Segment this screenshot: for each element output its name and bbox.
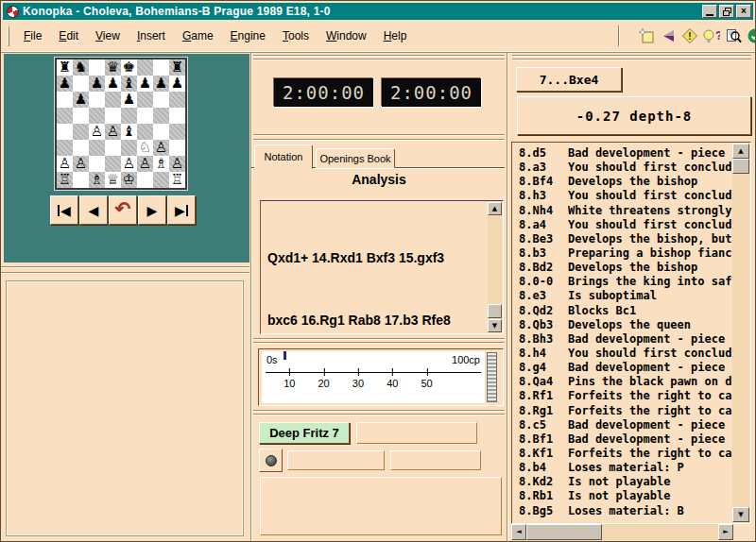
move-row[interactable]: 8.Qd2 Blocks Bc1 [519, 304, 732, 318]
board-square[interactable]: ♙ [73, 156, 89, 172]
analyze-icon[interactable] [724, 26, 742, 44]
current-move-button[interactable]: 7...Bxe4 [516, 67, 622, 92]
engine-led-button[interactable] [259, 449, 283, 472]
move-row[interactable]: 8.0-0 Brings the king into saf [519, 275, 732, 289]
board-square[interactable] [57, 124, 73, 140]
tab-notation[interactable]: Notation [254, 144, 313, 169]
flip-board-icon[interactable] [659, 26, 677, 44]
board-square[interactable] [105, 108, 121, 124]
menu-item[interactable]: Game [174, 27, 222, 44]
move-row[interactable]: 8.c5 Bad development - piece [519, 418, 732, 432]
board-square[interactable]: ♘ [137, 140, 153, 156]
move-row[interactable]: 8.d5 Bad development - piece [519, 146, 732, 161]
first-move-button[interactable]: ◀ [50, 195, 78, 225]
board-square[interactable] [105, 140, 121, 156]
board-square[interactable] [73, 76, 89, 92]
board-square[interactable] [57, 92, 73, 108]
close-button[interactable]: × [736, 5, 751, 18]
board-square[interactable] [169, 92, 185, 108]
board-square[interactable] [73, 124, 89, 140]
move-list-vscrollbar[interactable]: ▲ ▼ [732, 144, 749, 522]
board-square[interactable] [153, 59, 169, 76]
move-row[interactable]: 8.Kd2 Is not playable [519, 475, 732, 489]
board-square[interactable]: ♝ [121, 124, 137, 140]
candidate-move-list[interactable]: 8.d5 Bad development - piece 8.a3 You sh… [511, 142, 751, 524]
scroll-up-icon[interactable]: ▲ [488, 202, 502, 215]
move-row[interactable]: 8.Be3 Develops the bishop, but [519, 232, 732, 246]
menu-item[interactable]: Edit [50, 27, 87, 44]
board-square[interactable] [73, 108, 89, 124]
toolbar-grip[interactable] [8, 25, 9, 46]
notation-scrollbar[interactable]: ▲ ▼ [488, 202, 502, 332]
board-square[interactable] [121, 108, 137, 124]
menu-item[interactable]: View [87, 27, 129, 44]
hint-icon[interactable]: ? [702, 26, 720, 44]
board-square[interactable] [121, 140, 137, 156]
menu-item[interactable]: Window [318, 27, 375, 44]
board-square[interactable] [153, 92, 169, 108]
board-square[interactable]: ♖ [57, 172, 73, 188]
move-row[interactable]: 8.b4 Loses material: P [519, 461, 732, 475]
menu-item[interactable]: Help [375, 27, 416, 44]
move-row[interactable]: 8.Rf1 Forfeits the right to ca [519, 389, 732, 403]
menu-item[interactable]: File [15, 27, 50, 44]
board-square[interactable]: ♝ [121, 76, 137, 92]
scroll-down-icon[interactable]: ▼ [488, 319, 502, 332]
takeback-button[interactable]: ↶ [109, 195, 137, 225]
evaluation-slider[interactable] [487, 352, 497, 402]
scroll-up-icon[interactable]: ▲ [732, 144, 749, 159]
move-row[interactable]: 8.Qa4 Pins the black pawn on d [519, 375, 732, 389]
board-square[interactable] [153, 108, 169, 124]
move-row[interactable]: 8.a4 You should first conclud [519, 218, 732, 232]
board-square[interactable] [57, 108, 73, 124]
notation-box[interactable]: Qxd1+ 14.Rxd1 Bxf3 15.gxf3 bxc6 16.Rg1 R… [260, 200, 504, 334]
board-square[interactable] [137, 92, 153, 108]
board-square[interactable]: ♜ [169, 59, 185, 76]
last-move-button[interactable]: ▶ [167, 195, 196, 225]
move-row[interactable]: 8.h4 You should first conclud [519, 347, 732, 361]
board-square[interactable]: ♟ [105, 76, 121, 92]
alert-icon[interactable]: ! [680, 26, 698, 44]
next-move-button[interactable]: ▶ [138, 195, 166, 225]
board-square[interactable]: ♟ [169, 76, 185, 92]
minimize-button[interactable] [702, 5, 717, 18]
move-row[interactable]: 8.Rg1 Forfeits the right to ca [519, 404, 732, 418]
board-square[interactable]: ♙ [169, 156, 185, 172]
board-square[interactable] [73, 140, 89, 156]
scroll-down-icon[interactable]: ▼ [732, 507, 749, 522]
board-square[interactable] [137, 124, 153, 140]
board-square[interactable]: ♛ [105, 59, 121, 76]
board-square[interactable]: ♙ [89, 124, 105, 140]
scroll-left-icon[interactable]: ◄ [511, 524, 526, 540]
move-row[interactable]: 8.Qb3 Develops the queen [519, 318, 732, 332]
move-row[interactable]: 8.a3 You should first conclud [519, 161, 732, 175]
scrollbar-thumb[interactable] [526, 524, 602, 540]
engine-name-button[interactable]: Deep Fritz 7 [259, 422, 350, 444]
board-square[interactable] [137, 172, 153, 188]
board-square[interactable]: ♗ [89, 172, 105, 188]
board-square[interactable] [105, 92, 121, 108]
previous-move-button[interactable]: ◀ [79, 195, 108, 225]
move-row[interactable]: 8.Nh4 White threatens strongly [519, 204, 732, 218]
board-square[interactable] [89, 92, 105, 108]
board-square[interactable] [169, 124, 185, 140]
board-square[interactable]: ♞ [73, 59, 89, 76]
board-square[interactable]: ♗ [153, 156, 169, 172]
splitter[interactable] [507, 53, 508, 541]
board-square[interactable]: ♚ [121, 59, 137, 76]
board-square[interactable] [169, 140, 185, 156]
menu-item[interactable]: Engine [222, 27, 274, 44]
board-square[interactable] [89, 108, 105, 124]
board-square[interactable]: ♔ [121, 172, 137, 188]
app-icon[interactable] [7, 6, 19, 18]
board-square[interactable]: ♟ [89, 76, 105, 92]
move-row[interactable]: 8.Bf4 Develops the bishop [519, 175, 732, 189]
board-square[interactable]: ♟ [121, 92, 137, 108]
splitter[interactable] [250, 53, 252, 541]
board-square[interactable]: ♟ [57, 76, 73, 92]
tab-openings-book[interactable]: Openings Book [316, 148, 395, 168]
scrollbar-thumb[interactable] [732, 159, 749, 174]
board-square[interactable]: ♟ [137, 76, 153, 92]
engine-approve-icon[interactable] [746, 26, 756, 44]
move-row[interactable]: 8.Rb1 Is not playable [519, 489, 732, 503]
